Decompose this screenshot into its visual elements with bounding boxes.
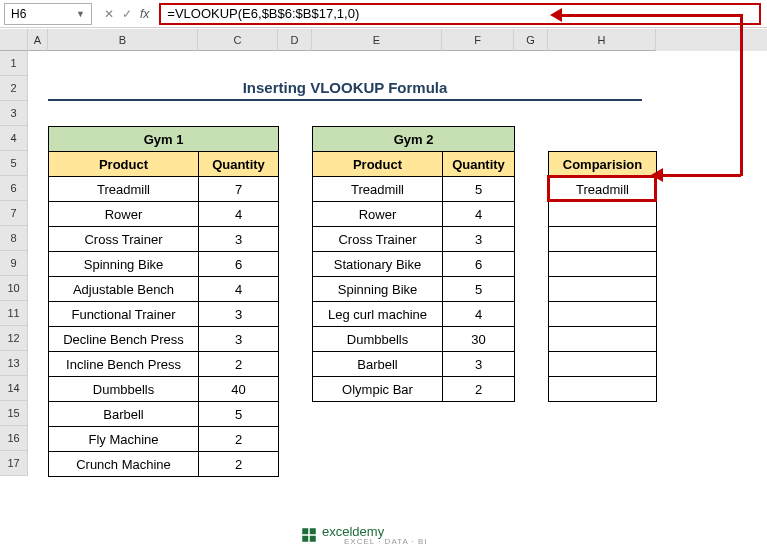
comparison-table: Comparision Treadmill: [548, 151, 657, 402]
cell[interactable]: [549, 202, 657, 227]
cell[interactable]: Incline Bench Press: [49, 352, 199, 377]
row-header[interactable]: 9: [0, 251, 28, 276]
cell[interactable]: Stationary Bike: [313, 252, 443, 277]
cell[interactable]: Functional Trainer: [49, 302, 199, 327]
cell[interactable]: 2: [443, 377, 515, 402]
gym1-header-qty[interactable]: Quantity: [199, 152, 279, 177]
annotation-arrowhead-icon: [651, 168, 663, 182]
row-header[interactable]: 17: [0, 451, 28, 476]
cell-h6[interactable]: Treadmill: [549, 177, 657, 202]
cell[interactable]: 5: [443, 177, 515, 202]
row-header[interactable]: 14: [0, 376, 28, 401]
cell[interactable]: Crunch Machine: [49, 452, 199, 477]
enter-icon[interactable]: ✓: [122, 7, 132, 21]
col-header[interactable]: G: [514, 29, 548, 51]
row-header[interactable]: 7: [0, 201, 28, 226]
col-header[interactable]: F: [442, 29, 514, 51]
cancel-icon[interactable]: ✕: [104, 7, 114, 21]
cell[interactable]: Olympic Bar: [313, 377, 443, 402]
col-header[interactable]: D: [278, 29, 312, 51]
formula-text: =VLOOKUP(E6,$B$6:$B$17,1,0): [167, 6, 359, 21]
gym2-header-product[interactable]: Product: [313, 152, 443, 177]
select-all-corner[interactable]: [0, 29, 28, 51]
cell[interactable]: 4: [443, 202, 515, 227]
cell[interactable]: 2: [199, 452, 279, 477]
cell[interactable]: Rower: [313, 202, 443, 227]
cell[interactable]: [549, 277, 657, 302]
cell[interactable]: [549, 327, 657, 352]
cell[interactable]: Decline Bench Press: [49, 327, 199, 352]
col-header[interactable]: H: [548, 29, 656, 51]
cell[interactable]: 4: [199, 202, 279, 227]
name-box-dropdown-icon[interactable]: ▼: [76, 9, 85, 19]
cell[interactable]: Cross Trainer: [313, 227, 443, 252]
cell[interactable]: 3: [443, 352, 515, 377]
comparison-header[interactable]: Comparision: [549, 152, 657, 177]
row-header[interactable]: 11: [0, 301, 28, 326]
row-header[interactable]: 15: [0, 401, 28, 426]
row-header[interactable]: 6: [0, 176, 28, 201]
cell[interactable]: 4: [443, 302, 515, 327]
cell[interactable]: 30: [443, 327, 515, 352]
row-header[interactable]: 1: [0, 51, 28, 76]
cell[interactable]: 40: [199, 377, 279, 402]
cell[interactable]: 4: [199, 277, 279, 302]
cell[interactable]: 2: [199, 427, 279, 452]
col-header[interactable]: A: [28, 29, 48, 51]
annotation-arrow: [560, 14, 740, 17]
cell[interactable]: Treadmill: [49, 177, 199, 202]
annotation-arrowhead-icon: [550, 8, 562, 22]
cell[interactable]: 6: [199, 252, 279, 277]
gym2-title[interactable]: Gym 2: [313, 127, 515, 152]
cell[interactable]: Barbell: [313, 352, 443, 377]
row-header[interactable]: 3: [0, 101, 28, 126]
cell[interactable]: Rower: [49, 202, 199, 227]
row-header[interactable]: 5: [0, 151, 28, 176]
cell[interactable]: 5: [443, 277, 515, 302]
col-header[interactable]: E: [312, 29, 442, 51]
cell[interactable]: 3: [443, 227, 515, 252]
gym1-header-product[interactable]: Product: [49, 152, 199, 177]
col-header[interactable]: B: [48, 29, 198, 51]
cell[interactable]: Adjustable Bench: [49, 277, 199, 302]
annotation-arrow: [740, 14, 743, 176]
cell[interactable]: [549, 377, 657, 402]
row-header[interactable]: 8: [0, 226, 28, 251]
cell[interactable]: Spinning Bike: [49, 252, 199, 277]
cell[interactable]: [549, 352, 657, 377]
gym2-header-qty[interactable]: Quantity: [443, 152, 515, 177]
row-header[interactable]: 4: [0, 126, 28, 151]
cell[interactable]: 6: [443, 252, 515, 277]
logo-subtitle: EXCEL · DATA · BI: [344, 537, 428, 546]
cell[interactable]: 3: [199, 302, 279, 327]
row-header[interactable]: 12: [0, 326, 28, 351]
cell[interactable]: 3: [199, 327, 279, 352]
name-box-value: H6: [11, 7, 26, 21]
cell[interactable]: Barbell: [49, 402, 199, 427]
row-header[interactable]: 16: [0, 426, 28, 451]
cell[interactable]: [549, 227, 657, 252]
row-headers: 1 2 3 4 5 6 7 8 9 10 11 12 13 14 15 16 1…: [0, 29, 28, 476]
cell[interactable]: Cross Trainer: [49, 227, 199, 252]
cell[interactable]: Dumbbells: [49, 377, 199, 402]
cell[interactable]: [549, 252, 657, 277]
col-header[interactable]: C: [198, 29, 278, 51]
name-box[interactable]: H6 ▼: [4, 3, 92, 25]
row-header[interactable]: 2: [0, 76, 28, 101]
cell[interactable]: 7: [199, 177, 279, 202]
gym1-title[interactable]: Gym 1: [49, 127, 279, 152]
cell[interactable]: 5: [199, 402, 279, 427]
logo-icon: [300, 526, 318, 544]
cell[interactable]: 3: [199, 227, 279, 252]
row-header[interactable]: 13: [0, 351, 28, 376]
fx-icon[interactable]: fx: [140, 7, 149, 21]
cell[interactable]: Leg curl machine: [313, 302, 443, 327]
row-header[interactable]: 10: [0, 276, 28, 301]
cell[interactable]: 2: [199, 352, 279, 377]
cell[interactable]: [549, 302, 657, 327]
cell[interactable]: Fly Machine: [49, 427, 199, 452]
cell[interactable]: Treadmill: [313, 177, 443, 202]
logo: exceldemy EXCEL · DATA · BI: [300, 524, 428, 546]
cell[interactable]: Dumbbells: [313, 327, 443, 352]
cell[interactable]: Spinning Bike: [313, 277, 443, 302]
